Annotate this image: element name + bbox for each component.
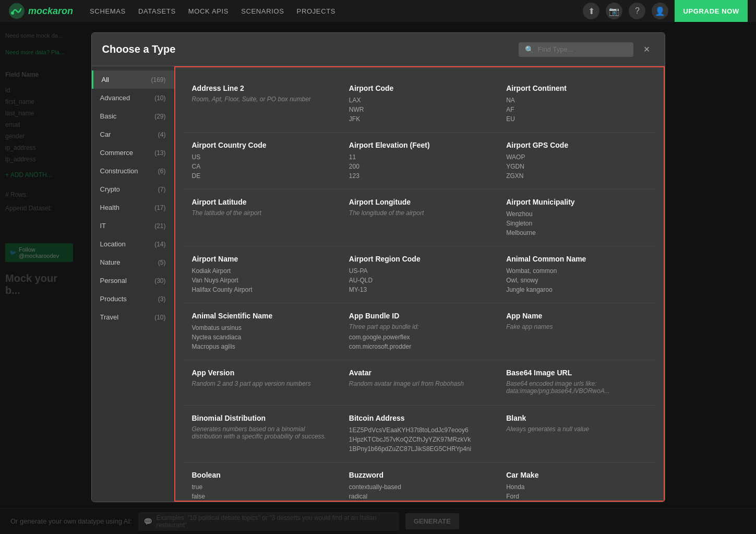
type-samples: USCADE <box>192 152 332 181</box>
type-item[interactable]: Airport LongitudeThe longitude of the ai… <box>341 189 498 246</box>
type-item[interactable]: App NameFake app names <box>498 303 655 360</box>
type-item[interactable]: Airport MunicipalityWenzhouSingletonMelb… <box>498 189 655 246</box>
type-item[interactable]: Booleantruefalse <box>184 462 341 502</box>
type-item[interactable]: Base64 Image URLBase64 encoded image url… <box>498 360 655 406</box>
sidebar-item-nature[interactable]: Nature(5) <box>92 253 174 271</box>
sidebar-count: (5) <box>158 259 166 266</box>
type-name: Blank <box>506 414 646 422</box>
type-name: Animal Common Name <box>506 255 646 263</box>
sidebar-label: Health <box>100 204 120 211</box>
sidebar-item-products[interactable]: Products(3) <box>92 290 174 308</box>
type-samples: US-PAAU-QLDMY-13 <box>349 266 489 294</box>
svg-point-1 <box>11 11 14 15</box>
type-name: App Name <box>506 312 646 320</box>
sidebar-item-all[interactable]: All(169) <box>92 70 174 89</box>
type-item[interactable]: Binomial DistributionGenerates numbers b… <box>184 406 341 462</box>
search-input[interactable] <box>538 45 627 53</box>
nav-schemas[interactable]: SCHEMAS <box>90 7 126 15</box>
type-item[interactable]: BlankAlways generates a null value <box>498 406 655 462</box>
sidebar-label: Personal <box>100 277 127 284</box>
search-icon: 🔍 <box>525 45 534 54</box>
type-item[interactable]: AvatarRandom avatar image url from Roboh… <box>341 360 498 406</box>
type-name: Airport Elevation (Feet) <box>349 141 489 149</box>
type-samples: NAAFEU <box>506 96 646 124</box>
nav-scenarios[interactable]: SCENARIOS <box>241 7 284 15</box>
type-item[interactable]: Buzzwordcontextually-basedradicalproacti… <box>341 462 498 502</box>
sidebar-item-travel[interactable]: Travel(10) <box>92 308 174 326</box>
type-grid: Address Line 2Room, Apt, Floor, Suite, o… <box>184 76 655 502</box>
type-name: App Version <box>192 369 332 377</box>
type-desc: Base64 encoded image urls like: data:ima… <box>506 380 646 395</box>
nav-mock-apis[interactable]: MOCK APIS <box>188 7 229 15</box>
logo[interactable]: mockaron <box>8 3 73 19</box>
upgrade-button[interactable]: UPGRADE NOW <box>675 0 748 22</box>
sidebar-item-commerce[interactable]: Commerce(13) <box>92 144 174 162</box>
sidebar-item-personal[interactable]: Personal(30) <box>92 271 174 290</box>
sidebar-label: Basic <box>100 112 117 120</box>
type-item[interactable]: Airport GPS CodeWAOPYGDNZGXN <box>498 133 655 189</box>
type-item[interactable]: Animal Common NameWombat, commonOwl, sno… <box>498 246 655 303</box>
type-desc: Random 2 and 3 part app version numbers <box>192 380 332 387</box>
type-samples: truefalse <box>192 482 332 501</box>
sidebar-label: Travel <box>100 313 119 321</box>
upload-icon-btn[interactable]: ⬆ <box>583 3 599 19</box>
sidebar-item-advanced[interactable]: Advanced(10) <box>92 89 174 107</box>
type-name: Airport Municipality <box>506 198 646 206</box>
type-item[interactable]: Address Line 2Room, Apt, Floor, Suite, o… <box>184 76 341 133</box>
type-desc: Fake app names <box>506 323 646 330</box>
sidebar-label: Advanced <box>100 94 130 102</box>
type-name: Boolean <box>192 471 332 479</box>
help-icon-btn[interactable]: ? <box>629 3 645 19</box>
type-item[interactable]: Airport NameKodiak AirportVan Nuys Airpo… <box>184 246 341 303</box>
type-name: Airport Name <box>192 255 332 263</box>
modal-header: Choose a Type 🔍 × <box>92 33 665 66</box>
type-item[interactable]: Airport Elevation (Feet)11200123 <box>341 133 498 189</box>
sidebar-count: (14) <box>154 241 165 248</box>
type-name: Airport Region Code <box>349 255 489 263</box>
type-item[interactable]: Airport Region CodeUS-PAAU-QLDMY-13 <box>341 246 498 303</box>
type-item[interactable]: App VersionRandom 2 and 3 part app versi… <box>184 360 341 406</box>
user-icon-btn[interactable]: 👤 <box>652 3 668 19</box>
type-samples: HondaFordPontiac <box>506 482 646 502</box>
type-item[interactable]: Airport LatitudeThe latitude of the airp… <box>184 189 341 246</box>
search-container: 🔍 <box>519 42 633 57</box>
sidebar-item-location[interactable]: Location(14) <box>92 235 174 253</box>
type-desc: Three part app bundle id: <box>349 323 489 330</box>
type-samples: Wombat, commonOwl, snowyJungle kangaroo <box>506 266 646 294</box>
sidebar-item-it[interactable]: IT(21) <box>92 217 174 235</box>
sidebar-count: (10) <box>154 314 165 321</box>
type-name: Car Make <box>506 471 646 479</box>
type-desc: The longitude of the airport <box>349 209 489 217</box>
sidebar-count: (3) <box>158 295 166 303</box>
nav-datasets[interactable]: DATASETS <box>138 7 176 15</box>
top-nav: mockaron SCHEMAS DATASETS MOCK APIS SCEN… <box>0 0 756 22</box>
close-button[interactable]: × <box>640 41 654 57</box>
type-desc: The latitude of the airport <box>192 209 332 217</box>
type-item[interactable]: Airport Country CodeUSCADE <box>184 133 341 189</box>
modal-body: All(169)Advanced(10)Basic(29)Car(4)Comme… <box>92 66 665 502</box>
type-name: Buzzword <box>349 471 489 479</box>
sidebar-item-health[interactable]: Health(17) <box>92 198 174 217</box>
sidebar-label: Commerce <box>100 149 134 157</box>
type-item[interactable]: Airport CodeLAXNWRJFK <box>341 76 498 133</box>
sidebar-count: (10) <box>154 94 165 102</box>
sidebar-item-crypto[interactable]: Crypto(7) <box>92 180 174 198</box>
type-desc: Always generates a null value <box>506 425 646 433</box>
type-item[interactable]: Bitcoin Address1EZ5PdVcsVEaaKYH37t8toLod… <box>341 406 498 462</box>
sidebar-count: (17) <box>154 204 165 211</box>
type-item[interactable]: Airport ContinentNAAFEU <box>498 76 655 133</box>
type-samples: 11200123 <box>349 152 489 181</box>
type-item[interactable]: App Bundle IDThree part app bundle id:co… <box>341 303 498 360</box>
sidebar-item-construction[interactable]: Construction(6) <box>92 162 174 180</box>
brand-name: mockaron <box>28 6 73 17</box>
type-item[interactable]: Animal Scientific NameVombatus ursinusNy… <box>184 303 341 360</box>
nav-projects[interactable]: PROJECTS <box>297 7 336 15</box>
sidebar-item-car[interactable]: Car(4) <box>92 125 174 144</box>
sidebar-item-basic[interactable]: Basic(29) <box>92 107 174 125</box>
type-desc: Random avatar image url from Robohash <box>349 380 489 387</box>
modal-title: Choose a Type <box>102 43 519 55</box>
type-item[interactable]: Car MakeHondaFordPontiac <box>498 462 655 502</box>
camera-icon-btn[interactable]: 📷 <box>606 3 622 19</box>
type-name: Airport Country Code <box>192 141 332 149</box>
sidebar-label: Car <box>100 130 111 138</box>
